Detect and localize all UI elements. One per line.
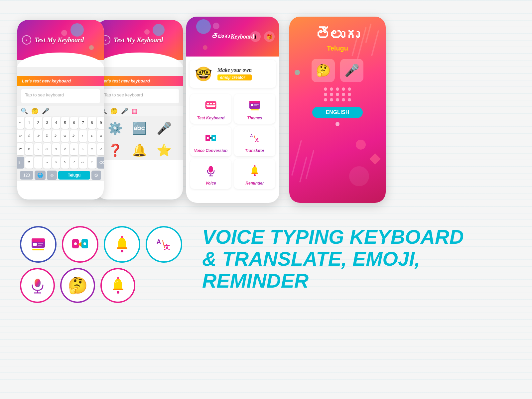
bottom-thinking-icon[interactable]: 🤔 (60, 268, 95, 303)
svg-text:文: 文 (255, 138, 259, 142)
promo-line-3: REMINDER (202, 270, 512, 292)
key-backspace[interactable]: ⌫ (97, 157, 104, 169)
translate-icon-p2[interactable]: 🔤 (132, 121, 147, 135)
key-9[interactable]: 9 (97, 117, 104, 129)
bottom-themes-icon[interactable] (20, 226, 57, 263)
bottom-reminder-icon-2[interactable] (100, 268, 135, 303)
search-icon[interactable]: 🔍 (21, 107, 28, 115)
key-u[interactable]: ఉ (52, 143, 60, 155)
svg-rect-6 (206, 105, 207, 106)
bottom-reminder-icon-1[interactable] (104, 226, 140, 263)
key-7[interactable]: 7 (79, 117, 87, 129)
key-ki[interactable]: కీ (43, 130, 51, 142)
key-ja[interactable]: జ (97, 130, 104, 142)
key-3[interactable]: 3 (43, 117, 51, 129)
emoji-creator-banner[interactable]: 🤓 Make your own emoji creator (190, 60, 276, 88)
key-da[interactable]: ద (88, 130, 96, 142)
key-ri[interactable]: రి (25, 130, 33, 142)
grid-icon-p2[interactable]: ▦ (132, 107, 137, 115)
key-na[interactable]: న (61, 157, 69, 169)
menu-voice-conversion[interactable]: Voice Conversion (190, 126, 231, 156)
key-ra2[interactable]: ర (70, 143, 78, 155)
key-dot[interactable]: . (34, 157, 42, 169)
svg-rect-13 (251, 109, 259, 110)
key-la2[interactable]: ల (79, 157, 87, 169)
key-haa[interactable]: హా (17, 143, 24, 155)
mic-icon2-p2[interactable]: 🎤 (157, 121, 172, 135)
bottom-translator-icon[interactable]: A 文 (146, 226, 182, 263)
menu-reminder[interactable]: Reminder (234, 159, 275, 189)
phone1-title: Test My Keyboard (35, 36, 84, 44)
key-settings[interactable]: ⚙ (91, 171, 101, 180)
menu-translator[interactable]: A 文 Translator (234, 126, 275, 156)
phone2-test-bar: Let's test new keyboard (96, 76, 183, 86)
star-icon-p2[interactable]: ⭐ (157, 143, 172, 157)
key-shift[interactable]: ⇧ (17, 157, 24, 169)
bell-icon-p2[interactable]: 🔔 (132, 143, 147, 157)
deco-circle-p2-1 (153, 24, 165, 36)
key-globe[interactable]: 🌐 (35, 171, 46, 180)
menu-themes[interactable]: Themes (234, 94, 275, 124)
deco-circle-2 (61, 30, 67, 36)
key-naa[interactable]: నా (34, 130, 42, 142)
key-emoji[interactable]: ☺ (47, 171, 57, 180)
key-6[interactable]: 6 (70, 117, 78, 129)
reminder-label: Reminder (245, 181, 264, 186)
phone2-icon-row2: ❓ 🔔 ⭐ (96, 141, 183, 160)
key-4[interactable]: 4 (52, 117, 60, 129)
thinking-icon-toolbar[interactable]: 🤔 (31, 107, 39, 115)
key-ma[interactable]: మ (52, 157, 60, 169)
key-ka[interactable]: క (34, 143, 42, 155)
key-2[interactable]: 2 (34, 117, 42, 129)
key-cha[interactable]: చ (97, 143, 104, 155)
gift-btn[interactable]: 🎁 (264, 31, 275, 42)
svg-rect-29 (32, 238, 45, 242)
voice-label: Voice (205, 181, 216, 186)
test-keyboard-icon (205, 99, 217, 114)
svg-point-50 (117, 291, 119, 294)
mic-icon-toolbar[interactable]: 🎤 (42, 107, 49, 115)
menu-test-keyboard[interactable]: Test Keyboard (190, 94, 231, 124)
svg-text:A: A (157, 238, 161, 245)
svg-rect-9 (249, 101, 260, 103)
key-sa[interactable]: స (88, 157, 96, 169)
key-ka2[interactable]: క (79, 143, 87, 155)
key-8[interactable]: 8 (88, 117, 96, 129)
deco-circle-p3-1 (196, 19, 211, 34)
key-ha[interactable]: హ (52, 130, 60, 142)
key-pa[interactable]: ప (61, 143, 69, 155)
key-telugu-lang[interactable]: Telugu (58, 171, 90, 180)
key-la[interactable]: ల (43, 143, 51, 155)
thinking-icon-p2[interactable]: 🤔 (110, 107, 118, 115)
key-ra[interactable]: ా (17, 117, 24, 129)
bottom-voice-conv-icon[interactable] (62, 226, 98, 263)
gear-icon-p2[interactable]: ⚙️ (108, 121, 123, 135)
key-5[interactable]: 5 (61, 117, 69, 129)
bottom-mic-icon[interactable] (20, 268, 55, 303)
key-tho[interactable]: తో (25, 157, 33, 169)
key-ga[interactable]: గ (79, 130, 87, 142)
phone2-text-input[interactable]: Tap to see keyboard (100, 89, 180, 103)
key-i[interactable]: ఇ (25, 143, 33, 155)
phone1-back-btn[interactable]: ‹ (22, 35, 31, 45)
key-raa[interactable]: రా (17, 130, 24, 142)
svg-rect-10 (251, 104, 253, 106)
key-ba[interactable]: బ (61, 130, 69, 142)
thinking-emoji: 🤔 (68, 276, 88, 295)
question-icon-p2[interactable]: ❓ (108, 143, 123, 157)
info-btn[interactable]: ℹ (250, 31, 261, 42)
key-1[interactable]: 1 (25, 117, 33, 129)
phone1-text-input[interactable]: Tap to see keyboard (21, 89, 100, 103)
key-ta[interactable]: త (88, 143, 96, 155)
key-circ[interactable]: ∘ (43, 157, 51, 169)
translator-label: Translator (245, 148, 264, 153)
deco-circle-p3-2 (213, 23, 219, 29)
themes-menu-icon (249, 99, 261, 114)
mic-icon-p2[interactable]: 🎤 (121, 107, 128, 115)
svg-rect-33 (32, 249, 44, 250)
deco-circle-3 (89, 45, 94, 50)
key-va[interactable]: వ (70, 157, 78, 169)
key-123[interactable]: 123 (20, 171, 33, 180)
menu-voice[interactable]: Voice (190, 159, 231, 189)
key-ha2[interactable]: హ (70, 130, 78, 142)
